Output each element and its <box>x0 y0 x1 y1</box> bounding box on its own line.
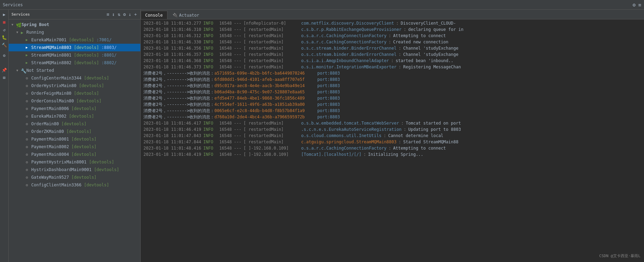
label-streammq8801: StreamMQMain8801 [devtools] :8801/ <box>31 53 117 58</box>
tree-item-streammq8801[interactable]: ▶ StreamMQMain8801 [devtools] :8801/ <box>9 51 140 59</box>
strip-debug-icon[interactable]: 🐛 <box>1 34 8 41</box>
left-strip: ▶ ■ ↺ 🐛 🔨 ⚙ 📌 ⊞ <box>0 10 9 262</box>
strip-deploy-icon[interactable]: ⚙ <box>1 52 8 59</box>
tree-item-ordermain80[interactable]: ⚙ OrderMain80 [devtools] <box>9 120 140 128</box>
strip-bookmark-icon[interactable]: 📌 <box>1 67 8 74</box>
tree-item-payment8001[interactable]: ⚙ PaymentMain8001 [devtools] <box>9 135 140 143</box>
run-icon-streammq8801: ▶ <box>26 53 30 57</box>
tree-item-running[interactable]: ▼ ▶ Running <box>9 28 140 36</box>
log-chinese-4: 消费者2号，-------->收到的消息： b06ad4ba-8c90-475c… <box>141 89 644 95</box>
svc-add-icon[interactable]: + <box>133 11 138 17</box>
ns-icon-10: ⚙ <box>26 145 30 149</box>
log-line-22: 2023-01-18 11:01:48.419 INFO 16548 --- [… <box>141 151 644 158</box>
tree-item-streammq8802[interactable]: ▶ StreamMQMain8802 [devtools] :8802/ <box>9 59 140 67</box>
svc-scroll-icon[interactable]: ↓ <box>128 11 132 17</box>
tree-item-orderconsul[interactable]: ⚙ OrderConsulMain80 [devtools] <box>9 97 140 105</box>
tab-console[interactable]: Console <box>141 11 167 19</box>
settings-icon[interactable]: ⚙ <box>633 2 635 8</box>
chevron-spring-boot: ▼ <box>11 23 15 26</box>
tree-item-hystrixdashboard9001[interactable]: ⚙ HystrixDashboardMain9001 [devtools] <box>9 166 140 174</box>
log-line-2: 2023-01-18 11:01:46.310 INFO 16548 --- [… <box>141 26 644 33</box>
label-paymenthystrix8001: PaymentHystrixMain8001 [devtools] <box>31 160 114 164</box>
log-chinese-3: 消费者2号，-------->收到的消息： d95c017a-aec8-4e4e… <box>141 83 644 89</box>
tree-item-payment8006[interactable]: ⚙ PaymentMain8006 [devtools] <box>9 105 140 112</box>
label-payment8006: PaymentMain8006 [devtools] <box>31 106 97 111</box>
log-line-17: 2023-01-18 11:01:46.417 INFO 16548 --- [… <box>141 120 644 126</box>
console-tab-label: Console <box>145 13 163 18</box>
ns-icon-6: ⚙ <box>26 114 30 118</box>
strip-stop-icon[interactable]: ■ <box>1 19 8 26</box>
strip-build-icon[interactable]: 🔨 <box>1 42 8 49</box>
tree-item-eureka7002[interactable]: ⚙ EurekaMain7002 [devtools] <box>9 112 140 120</box>
tree-item-spring-boot[interactable]: ▼ 🌿 Spring Boot <box>9 21 140 28</box>
label-payment8004: PaymentMain8004 [devtools] <box>31 152 97 157</box>
strip-run-icon[interactable]: ▶ <box>1 11 8 18</box>
tree-item-notstarted[interactable]: ▼ 🔧 Not Started <box>9 67 140 74</box>
chevron-notstarted: ▼ <box>16 69 20 72</box>
ns-icon-14: ⚙ <box>26 175 30 179</box>
tree-item-eureka7001[interactable]: ▶ EurekaMain7001 [devtools] :7001/ <box>9 36 140 44</box>
log-chinese-1: 消费者2号，-------->收到的消息： a571695a-699e-4b2b… <box>141 70 644 76</box>
ns-icon-12: ⚙ <box>26 160 30 164</box>
tree-item-gateway9527[interactable]: ⚙ GateWayMain9527 [devtools] <box>9 174 140 181</box>
services-header: Services ≡ ↕ ⇅ ⚙ ↓ + <box>9 10 140 19</box>
running-label: Running <box>26 30 44 35</box>
strip-restart-icon[interactable]: ↺ <box>1 26 8 33</box>
log-line-20: 2023-01-18 11:01:47.844 INFO 16548 --- [… <box>141 139 644 145</box>
label-payment8002: PaymentMain8002 [devtools] <box>31 144 97 149</box>
tree-item-configcenter3344[interactable]: ⚙ ConfigCenterMain3344 [devtools] <box>9 74 140 82</box>
log-chinese-5: 消费者2号，-------->收到的消息： efd5e477-84eb-4be1… <box>141 95 644 101</box>
tree-item-payment8002[interactable]: ⚙ PaymentMain8002 [devtools] <box>9 143 140 151</box>
actuator-icon: 🔌 <box>173 13 178 18</box>
tree-item-configclient3366[interactable]: ⚙ ConfigClientMain3366 [devtools] <box>9 181 140 189</box>
log-line-1: 2023-01-18 11:01:43.277 INFO 16548 --- [… <box>141 20 644 26</box>
running-group-icon: ▶ <box>21 30 25 34</box>
menu-icon[interactable]: ≡ <box>638 2 641 8</box>
run-icon-streammq8802: ▶ <box>26 61 30 65</box>
svc-sort-icon[interactable]: ↕ <box>112 11 116 17</box>
svc-list-icon[interactable]: ≡ <box>106 11 110 17</box>
notstarted-label: Not Started <box>26 68 54 73</box>
tree-item-orderfeign[interactable]: ⚙ OrderFeignMain80 [devtools] <box>9 90 140 97</box>
log-line-19: 2023-01-18 11:01:47.843 INFO 16548 --- [… <box>141 133 644 139</box>
tree-item-payment8004[interactable]: ⚙ PaymentMain8004 [devtools] <box>9 151 140 158</box>
run-icon-streammq8803: ▶ <box>26 45 30 50</box>
log-line-18: 2023-01-18 11:01:46.419 INFO 16548 --- [… <box>141 126 644 133</box>
top-bar-title: Services <box>3 2 23 7</box>
ns-icon-1: ⚙ <box>26 76 30 80</box>
label-configclient3366: ConfigClientMain3366 [devtools] <box>31 183 109 187</box>
log-line-3: 2023-01-18 11:01:46.312 INFO 16548 --- [… <box>141 33 644 39</box>
run-icon-eureka7001: ▶ <box>26 38 30 42</box>
services-tree: ▼ 🌿 Spring Boot ▼ ▶ Running ▶ EurekaMain… <box>9 19 140 262</box>
tree-item-paymenthystrix8001[interactable]: ⚙ PaymentHystrixMain8001 [devtools] <box>9 158 140 166</box>
console-panel: Console 🔌 Actuator 2023-01-18 11:01:43.2… <box>141 10 644 262</box>
top-bar: Services ⚙ ≡ <box>0 0 644 10</box>
services-toolbar: ≡ ↕ ⇅ ⚙ ↓ + <box>106 11 138 17</box>
tree-item-streammq8803[interactable]: ▶ StreamMQMain8803 [devtools] :8803/ <box>9 44 140 51</box>
label-streammq8803: StreamMQMain8803 [devtools] :8803/ <box>31 45 117 50</box>
console-output[interactable]: 2023-01-18 11:01:43.277 INFO 16548 --- [… <box>141 19 644 262</box>
tree-item-orderzk[interactable]: ⚙ OrderZKMain80 [devtools] <box>9 128 140 135</box>
services-panel: Services ≡ ↕ ⇅ ⚙ ↓ + ▼ 🌿 Spring Boot ▼ ▶… <box>9 10 141 262</box>
label-payment8001: PaymentMain8001 [devtools] <box>31 137 97 142</box>
spring-boot-leaf-icon: 🌿 <box>16 23 20 27</box>
label-ordermain80: OrderMain80 [devtools] <box>31 121 86 126</box>
strip-grid-icon[interactable]: ⊞ <box>1 74 8 81</box>
svc-group-icon[interactable]: ⇅ <box>117 11 121 17</box>
log-chinese-6: 消费者2号，-------->收到的消息： 4cf554ef-1611-49f6… <box>141 101 644 108</box>
ns-icon-2: ⚙ <box>26 84 30 88</box>
label-orderhystrix: OrderHystrixMain80 [devtools] <box>31 83 104 88</box>
svc-filter-icon[interactable]: ⚙ <box>123 11 127 17</box>
label-eureka7002: EurekaMain7002 [devtools] <box>31 114 94 119</box>
tab-actuator[interactable]: 🔌 Actuator <box>168 11 204 19</box>
label-configcenter3344: ConfigCenterMain3344 [devtools] <box>31 76 109 81</box>
label-orderfeign: OrderFeignMain80 [devtools] <box>31 91 99 96</box>
label-eureka7001: EurekaMain7001 [devtools] :7001/ <box>31 37 112 42</box>
label-orderzk: OrderZKMain80 [devtools] <box>31 129 91 134</box>
ns-icon-4: ⚙ <box>26 99 30 103</box>
ns-icon-3: ⚙ <box>26 91 30 95</box>
services-panel-title: Services <box>11 12 30 17</box>
notstarted-icon: 🔧 <box>21 68 25 73</box>
log-line-8: 2023-01-18 11:01:46.373 INFO 16548 --- [… <box>141 64 644 70</box>
tree-item-orderhystrix[interactable]: ⚙ OrderHystrixMain80 [devtools] <box>9 82 140 90</box>
